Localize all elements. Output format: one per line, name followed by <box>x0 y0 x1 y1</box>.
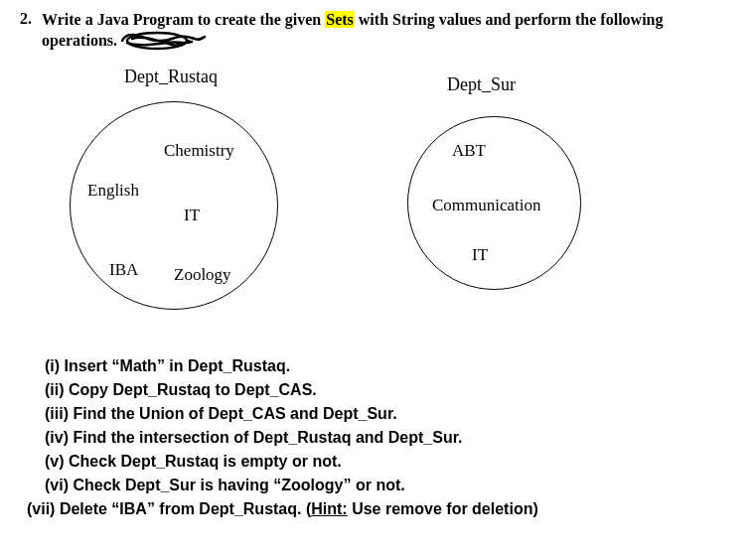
task-iv: (iv) Find the intersection of Dept_Rusta… <box>45 426 736 450</box>
set1-label: Dept_Rustaq <box>124 67 218 87</box>
set1-item-zoology: Zoology <box>174 265 231 285</box>
task-vii-hint: Hint: <box>311 500 347 517</box>
question-number: 2. <box>20 10 32 28</box>
question-text: Write a Java Program to create the given… <box>42 10 736 52</box>
set2-label: Dept_Sur <box>447 74 516 95</box>
task-iii: (iii) Find the Union of Dept_CAS and Dep… <box>45 402 736 426</box>
scribble-icon <box>117 32 207 52</box>
task-vii-part2: Use remove for deletion) <box>348 500 538 517</box>
set1-item-iba: IBA <box>109 260 138 280</box>
set1-item-english: English <box>87 181 139 201</box>
question-text-part1: Write a Java Program to create the given <box>42 11 325 28</box>
set2-item-it: IT <box>472 245 488 265</box>
task-i: (i) Insert “Math” in Dept_Rustaq. <box>45 354 736 378</box>
question-header: 2. Write a Java Program to create the gi… <box>20 10 736 52</box>
set1-item-chemistry: Chemistry <box>164 141 234 161</box>
set2-item-communication: Communication <box>432 196 541 215</box>
task-vi: (vi) Check Dept_Sur is having “Zoology” … <box>45 474 736 497</box>
set2-item-abt: ABT <box>452 141 486 161</box>
task-vii-part1: (vii) Delete “IBA” from Dept_Rustaq. ( <box>27 500 311 517</box>
task-v: (v) Check Dept_Rustaq is empty or not. <box>45 450 736 474</box>
task-ii: (ii) Copy Dept_Rustaq to Dept_CAS. <box>45 378 736 402</box>
set1-item-it: IT <box>184 206 200 225</box>
highlighted-word-sets: Sets <box>325 11 355 28</box>
task-list: (i) Insert “Math” in Dept_Rustaq. (ii) C… <box>45 354 736 521</box>
venn-diagram-area: Dept_Rustaq Dept_Sur Chemistry English I… <box>20 67 736 344</box>
task-vii: (vii) Delete “IBA” from Dept_Rustaq. (Hi… <box>27 497 736 521</box>
